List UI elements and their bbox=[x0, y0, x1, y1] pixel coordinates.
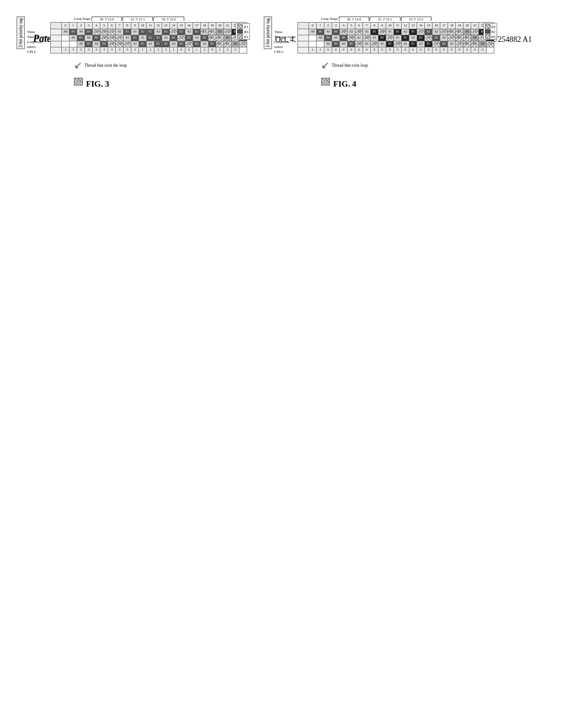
table-cell: A2 bbox=[154, 29, 162, 35]
time-header-19: 19 bbox=[456, 23, 463, 29]
time-header-21: 21 bbox=[224, 23, 232, 29]
table-cell: B2 bbox=[193, 29, 201, 35]
table-cell: A0 bbox=[85, 35, 93, 41]
table-cell: B1 bbox=[379, 35, 386, 41]
table-cell: 1 bbox=[170, 47, 178, 53]
time-header-20: 20 bbox=[463, 23, 471, 29]
table-cell: A1 bbox=[363, 29, 371, 35]
table-cell: A0 bbox=[77, 29, 85, 35]
time-header-12: 12 bbox=[402, 23, 409, 29]
table-cell: E0 bbox=[448, 29, 456, 35]
table-cell: 0 bbox=[456, 47, 463, 53]
time-header-18: 18 bbox=[448, 23, 456, 29]
table-cell: 0 bbox=[448, 47, 456, 53]
fig4-label-cplc: CPLC bbox=[274, 50, 296, 55]
fig4-number: FIG. 4 bbox=[333, 79, 356, 89]
fig4-legend-main-box bbox=[321, 78, 330, 85]
fig4-legend-e0: E0 bbox=[485, 24, 496, 29]
label-loopsel: Loop/exitselect bbox=[27, 40, 49, 50]
table-cell: 0 bbox=[379, 47, 386, 53]
table-cell: B0 bbox=[77, 35, 85, 41]
table-cell: A1 bbox=[363, 41, 371, 47]
fig4-row-labels: Time Threads order Loop/exitselect CPLC bbox=[274, 22, 296, 55]
table-cell: B2 bbox=[425, 29, 433, 35]
table-corner bbox=[51, 23, 62, 29]
fig3-priority-label: 2-bit priority tag bbox=[17, 17, 25, 49]
table-cell bbox=[487, 47, 494, 53]
table-row: A0B0A0B0C0A1C0A1B1C0A1B1A2B1C1B2A2C1E0E0… bbox=[298, 41, 494, 47]
loop-stage-label: Loop Stage bbox=[74, 17, 90, 21]
table-cell: 0 bbox=[185, 47, 193, 53]
time-header-17: 17 bbox=[440, 23, 448, 29]
fig4-thread-exits-label: Thread that exits loop bbox=[332, 63, 368, 68]
table-cell: 0 bbox=[324, 47, 332, 53]
fig3-timing-table: 01234567891011121314151617181920212223A0… bbox=[50, 22, 247, 53]
fig4-label-loopsel: Loop/exitselect bbox=[274, 40, 296, 50]
legend-e12-label: E1 bbox=[244, 35, 248, 39]
table-cell: A2 bbox=[440, 35, 448, 41]
table-cell: E0 bbox=[471, 41, 479, 47]
fig4-annotation: ↙ Thread that exits loop bbox=[321, 59, 368, 71]
table-cell: 2 bbox=[162, 47, 170, 53]
stage-s1: S1 ↗ 12-1 bbox=[122, 17, 153, 21]
table-cell: A0 bbox=[70, 35, 77, 41]
table-cell bbox=[309, 35, 317, 41]
table-cell: C2 bbox=[170, 29, 178, 35]
table-cell: A1 bbox=[355, 35, 363, 41]
table-cell: A2 bbox=[402, 29, 409, 35]
time-header-6: 6 bbox=[108, 23, 116, 29]
table-cell: B1 bbox=[425, 41, 433, 47]
table-cell: A1 bbox=[124, 35, 131, 41]
table-cell: 1 bbox=[309, 47, 317, 53]
table-cell: D0 bbox=[471, 35, 479, 41]
table-cell: C0 bbox=[93, 29, 100, 35]
legend-e1: E1 bbox=[237, 24, 248, 29]
table-cell: B1 bbox=[417, 35, 425, 41]
table-cell: C2 bbox=[185, 41, 193, 47]
time-header-5: 5 bbox=[100, 23, 108, 29]
time-header-18: 18 bbox=[201, 23, 209, 29]
table-cell: A1 bbox=[116, 29, 124, 35]
time-header-3: 3 bbox=[332, 23, 340, 29]
table-cell: 2 bbox=[224, 47, 232, 53]
time-header-4: 4 bbox=[93, 23, 100, 29]
time-header-10: 10 bbox=[139, 23, 147, 29]
time-header-2: 2 bbox=[77, 23, 85, 29]
table-cell: C1 bbox=[471, 29, 479, 35]
table-row: A0B0A0B0C0C0C1A1B1A1B2B2A2B2C2B2A2B2E1E1… bbox=[51, 41, 247, 47]
table-row: 33333333331222100120123 bbox=[51, 47, 247, 53]
table-cell: E1 bbox=[209, 29, 216, 35]
fig3-number: FIG. 3 bbox=[86, 79, 109, 89]
stage-s0: S0 ↗ 12-0 bbox=[92, 17, 122, 21]
table-cell: 3 bbox=[131, 47, 139, 53]
table-cell: 2 bbox=[147, 47, 154, 53]
fig3-diagram-row: Time Threads order Loop/exitselect CPLC … bbox=[27, 22, 247, 55]
time-header-16: 16 bbox=[185, 23, 193, 29]
table-cell: 3 bbox=[70, 47, 77, 53]
table-cell: B2 bbox=[147, 29, 154, 35]
table-cell: A0 bbox=[62, 29, 70, 35]
time-header-13: 13 bbox=[162, 23, 170, 29]
row-label-cell bbox=[51, 47, 62, 53]
table-cell: A0 bbox=[309, 29, 317, 35]
legend-e1-label: E1 bbox=[244, 25, 248, 29]
time-header-16: 16 bbox=[433, 23, 440, 29]
fig3-table-container: 01234567891011121314151617181920212223A0… bbox=[50, 22, 247, 53]
table-cell: C1 bbox=[440, 29, 448, 35]
table-cell: 1 bbox=[139, 47, 147, 53]
fig4-legend-e02-label: E0 bbox=[492, 35, 495, 39]
row-label-cell bbox=[51, 41, 62, 47]
table-cell: A1 bbox=[131, 41, 139, 47]
time-header-19: 19 bbox=[209, 23, 216, 29]
table-cell: 3 bbox=[77, 47, 85, 53]
table-cell: B2 bbox=[440, 41, 448, 47]
table-cell: 1 bbox=[216, 47, 224, 53]
table-cell: A0 bbox=[317, 35, 324, 41]
time-header-0: 0 bbox=[62, 23, 70, 29]
table-cell: 3 bbox=[116, 47, 124, 53]
table-cell: B2 bbox=[154, 35, 162, 41]
table-cell: A0 bbox=[324, 41, 332, 47]
figure-3-block: 2-bit priority tag Loop Stage S0 ↗ 12-0 … bbox=[17, 17, 247, 89]
label-time: Time bbox=[27, 30, 49, 35]
legend-b3-label: B3 bbox=[244, 30, 248, 34]
